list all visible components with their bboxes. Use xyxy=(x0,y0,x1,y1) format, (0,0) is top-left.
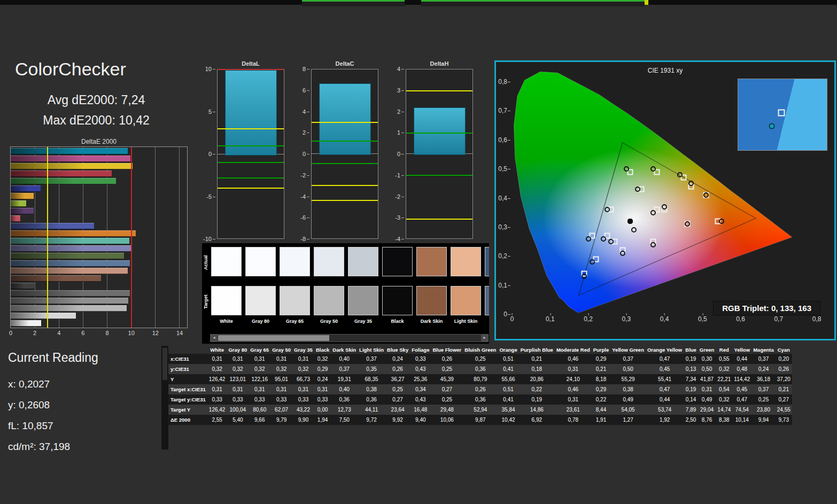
scroll-left-icon[interactable]: ◄ xyxy=(211,335,218,342)
axis-tick-label: 0,8 xyxy=(498,78,507,86)
colorchecker-app-window: ColorChecker Avg dE2000: 7,24 Max dE2000… xyxy=(0,0,837,504)
reference-line xyxy=(312,185,378,186)
axis-tick-label: 0,4 xyxy=(660,315,669,323)
table-cell: 7,89 xyxy=(684,405,698,415)
table-cell: 0,27 xyxy=(776,394,792,405)
deltaH-y-axis: 43210-1-2-3-4 xyxy=(391,69,405,239)
swatch-label: Light Skin xyxy=(451,319,481,324)
table-cell: 8,18 xyxy=(592,374,611,384)
reference-line xyxy=(312,122,378,123)
actual-swatch-dark-skin xyxy=(416,247,447,276)
table-cell: 1,27 xyxy=(610,415,646,425)
target-swatch-black xyxy=(382,286,413,315)
deltaL-chart-title: DeltaL xyxy=(217,60,284,67)
actual-swatch-white xyxy=(211,247,242,276)
cie-measured-cyan xyxy=(586,236,591,242)
deltaE-bar-blue xyxy=(11,185,41,192)
table-cell: 0,31 xyxy=(227,354,249,364)
axis-tick-label: 0 xyxy=(503,311,507,318)
table-cell: 0,31 xyxy=(207,354,227,364)
table-cell: 0,24 xyxy=(314,374,331,384)
table-scrollbar[interactable] xyxy=(161,346,168,449)
table-cell: 0,20 xyxy=(776,354,792,364)
axis-tick-label: -3 xyxy=(395,214,400,221)
table-col-header: Gray 65 xyxy=(249,346,270,354)
cie-measured-light-skin xyxy=(650,210,656,215)
axis-tick-label: -2 xyxy=(300,172,306,179)
table-cell: 0,33 xyxy=(314,394,331,405)
table-cell: 29,04 xyxy=(698,405,716,415)
table-col-header: Dark Skin xyxy=(331,346,358,354)
table-cell: 55,29 xyxy=(610,374,646,384)
deltaC-y-axis: 86420-2-4-6-8 xyxy=(296,69,311,239)
axis-tick-label: 3 xyxy=(397,87,400,94)
table-cell: 35,84 xyxy=(498,405,518,415)
table-cell: 0,49 xyxy=(610,394,646,405)
table-row: y:CIE310,320,320,320,320,320,290,370,350… xyxy=(168,364,792,374)
deltaE-bar-purplish-blue xyxy=(11,223,94,229)
deltaE2000-plot-inner xyxy=(11,147,179,328)
table-cell: 10,42 xyxy=(498,415,518,425)
cie-1931-diagram-panel: CIE 1931 xy xyxy=(494,60,836,340)
table-col-header: Blue xyxy=(684,346,698,354)
measurements-table-region: WhiteGray 80Gray 65Gray 50Gray 35BlackDa… xyxy=(161,346,771,449)
axis-tick-label: 0,5 xyxy=(498,165,507,173)
table-cell: 95,01 xyxy=(270,374,292,384)
max-de2000-readout: Max dE2000: 10,42 xyxy=(8,113,184,128)
table-col-header: Light Skin xyxy=(358,346,385,354)
swatch-horizontal-scrollbar[interactable]: ◄ ► xyxy=(210,334,489,342)
axis-tick-label: -8 xyxy=(300,236,306,242)
table-cell: 24,10 xyxy=(555,374,592,384)
actual-swatch-black xyxy=(382,247,413,276)
swatch-label: Gray 50 xyxy=(314,319,344,324)
table-cell: 0,31 xyxy=(227,384,249,394)
table-cell: 0,32 xyxy=(270,364,292,374)
table-col-header: Gray 35 xyxy=(292,346,314,354)
table-cell: 0,26 xyxy=(385,364,410,374)
table-cell: 0,22 xyxy=(519,384,555,394)
table-cell: 2,50 xyxy=(684,415,698,425)
table-cell: 0,33 xyxy=(270,394,292,405)
table-cell: 126,42 xyxy=(207,374,227,384)
table-cell: 5,40 xyxy=(227,415,249,425)
table-cell: 0,32 xyxy=(227,364,249,374)
cie-x-axis: 00,10,20,30,40,50,60,70,8 xyxy=(512,315,817,324)
axis-tick-label: 4 xyxy=(397,66,400,72)
axis-tick-label: 2 xyxy=(33,330,36,336)
table-cell: 0,26 xyxy=(463,384,498,394)
scrollbar-thumb[interactable] xyxy=(218,335,329,341)
table-cell: 0,21 xyxy=(519,354,555,364)
table-cell: 80,60 xyxy=(249,405,270,415)
table-scrollbar-thumb[interactable] xyxy=(162,348,167,380)
axis-tick-label: 0 xyxy=(397,151,400,157)
table-cell: 0,78 xyxy=(555,415,592,425)
deltaE-bar-gray-65 xyxy=(11,305,127,312)
axis-tick-label: -6 xyxy=(300,214,306,221)
table-cell: 37,20 xyxy=(776,374,792,384)
table-cell: 126,42 xyxy=(207,405,227,415)
swatch-label: White xyxy=(211,319,242,324)
current-reading-block: Current Reading x: 0,2027 y: 0,2608 fL: … xyxy=(8,351,98,457)
axis-tick-label: 0,8 xyxy=(812,315,821,323)
table-cell: 0,37 xyxy=(331,364,358,374)
table-cell: 14,74 xyxy=(716,405,732,415)
deltaE-bar-red xyxy=(11,170,112,177)
table-cell: 0,36 xyxy=(331,394,358,405)
reference-line xyxy=(406,133,472,134)
deltaL-y-axis: 1050-5-10 xyxy=(202,69,216,239)
scroll-right-icon[interactable]: ► xyxy=(481,335,488,342)
cie-measured-dark-skin xyxy=(662,204,667,210)
table-cell: 0,47 xyxy=(646,354,684,364)
actual-swatch-gray-80 xyxy=(245,247,276,276)
actual-swatch-gray-65 xyxy=(280,247,310,276)
table-cell: 36,27 xyxy=(385,374,410,384)
deltaE2000-chart-title: DeltaE 2000 xyxy=(8,138,190,145)
deltaH-bar xyxy=(414,107,466,155)
cie-measured-orange-yellow xyxy=(688,181,694,186)
target-swatch-gray-65 xyxy=(280,286,310,315)
table-cell: 0,33 xyxy=(207,394,227,405)
target-swatch-gray-80 xyxy=(245,286,276,315)
table-cell: 0,44 xyxy=(732,354,751,364)
table-cell: 0,31 xyxy=(555,394,592,405)
target-swatch-blue-sky xyxy=(485,286,489,315)
